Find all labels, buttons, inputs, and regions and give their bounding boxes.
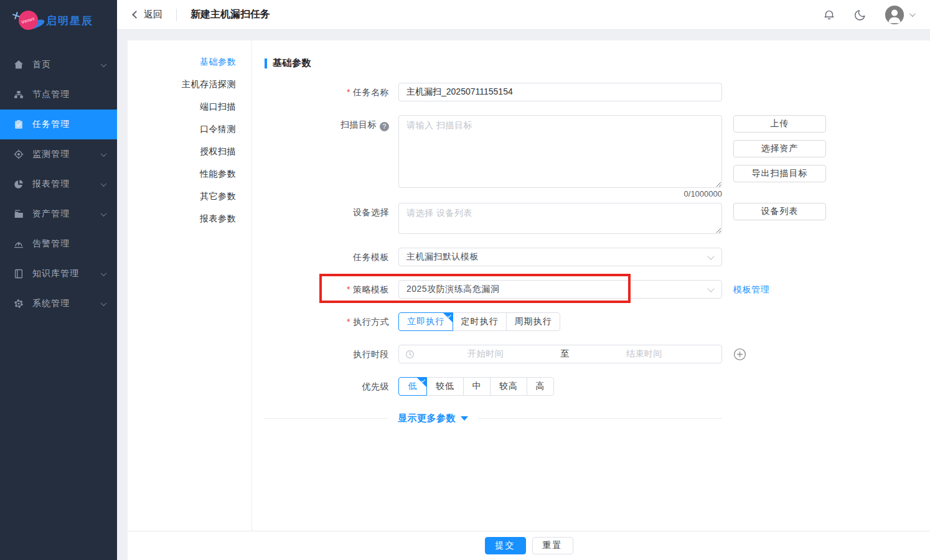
sidebar-menu: 首页 节点管理 任务管理 监测管理 报表管理 <box>0 50 117 319</box>
caret-down-icon[interactable] <box>461 416 468 421</box>
export-scan-target-button[interactable]: 导出扫描目标 <box>733 165 826 182</box>
bell-icon[interactable] <box>822 8 836 22</box>
monitor-icon <box>12 148 25 161</box>
field-label-task-template: 任务模板 <box>265 248 389 266</box>
row-policy-template: *策略模板 2025攻防演练高危漏洞 模板管理 <box>265 280 930 299</box>
gear-icon <box>12 297 25 310</box>
brand-logo: Venus 启明星辰 <box>0 0 117 41</box>
anchor-nav: 基础参数 主机存活探测 端口扫描 口令猜测 授权扫描 性能参数 其它参数 报表参… <box>128 40 252 531</box>
chevron-down-icon <box>101 151 107 157</box>
anchor-auth-scan[interactable]: 授权扫描 <box>128 140 251 162</box>
help-icon[interactable]: ? <box>380 122 389 131</box>
sidebar-item-monitor[interactable]: 监测管理 <box>0 139 117 169</box>
priority-higher[interactable]: 较高 <box>490 377 527 396</box>
alarm-icon <box>12 238 25 250</box>
priority-lower[interactable]: 较低 <box>426 377 464 396</box>
anchor-host-alive[interactable]: 主机存活探测 <box>128 73 251 95</box>
chevron-down-icon <box>101 61 107 67</box>
chevron-down-icon <box>101 210 107 217</box>
tasks-icon <box>12 118 25 131</box>
app-root: { "brand": { "logo_text": "启明星辰", "logo_… <box>0 0 930 560</box>
exec-mode-periodic[interactable]: 周期执行 <box>506 312 560 331</box>
row-device-select: 设备选择 设备列表 <box>265 203 930 234</box>
sidebar-item-alerts[interactable]: 告警管理 <box>0 229 117 259</box>
time-range-picker[interactable]: 开始时间 至 结束时间 <box>398 345 722 363</box>
sparkle-icon <box>12 12 20 19</box>
clock-icon <box>405 350 415 359</box>
moon-icon[interactable] <box>853 8 867 22</box>
sidebar-item-tasks[interactable]: 任务管理 <box>0 110 117 139</box>
priority-medium[interactable]: 中 <box>463 377 491 396</box>
sidebar-item-label: 节点管理 <box>32 89 70 100</box>
start-time-placeholder[interactable]: 开始时间 <box>415 348 557 360</box>
reset-button[interactable]: 重置 <box>532 537 573 554</box>
sidebar-item-label: 监测管理 <box>32 149 70 160</box>
sidebar-item-label: 报表管理 <box>32 179 70 190</box>
chevron-down-icon <box>909 11 916 17</box>
sidebar-item-label: 任务管理 <box>32 119 70 130</box>
submit-button[interactable]: 提交 <box>485 537 526 554</box>
row-priority: 优先级 低 较低 中 较高 高 <box>265 377 930 396</box>
chevron-down-icon <box>707 285 714 292</box>
anchor-performance[interactable]: 性能参数 <box>128 162 251 185</box>
sidebar-item-home[interactable]: 首页 <box>0 50 117 80</box>
anchor-report-params[interactable]: 报表参数 <box>128 207 251 230</box>
policy-template-select[interactable]: 2025攻防演练高危漏洞 <box>398 280 722 299</box>
field-label-exec-period: 执行时段 <box>265 345 389 363</box>
scan-target-textarea[interactable] <box>398 115 722 188</box>
page-title: 新建主机漏扫任务 <box>190 8 270 21</box>
chevron-down-icon <box>101 180 107 187</box>
row-task-name: *任务名称 <box>265 83 930 101</box>
upload-button[interactable]: 上传 <box>733 115 826 133</box>
avatar <box>885 5 904 25</box>
priority-high[interactable]: 高 <box>527 377 554 396</box>
sidebar-item-reports[interactable]: 报表管理 <box>0 169 117 199</box>
sidebar-item-label: 资产管理 <box>32 208 70 220</box>
sidebar-item-system[interactable]: 系统管理 <box>0 289 117 319</box>
topbar-divider <box>176 9 177 21</box>
form-area: 基础参数 *任务名称 扫描目标? 0/1000000 <box>252 40 930 531</box>
char-counter: 0/1000000 <box>398 189 722 200</box>
field-label-policy-template: *策略模板 <box>265 280 389 299</box>
select-asset-button[interactable]: 选择资产 <box>733 140 826 157</box>
brand-name: 启明星辰 <box>46 14 93 28</box>
anchor-basic-params[interactable]: 基础参数 <box>128 50 251 73</box>
show-more-params[interactable]: 显示更多参数 <box>265 413 722 424</box>
back-label: 返回 <box>144 9 162 21</box>
device-select-textarea[interactable] <box>398 203 722 234</box>
user-menu[interactable] <box>885 5 914 25</box>
sidebar-item-assets[interactable]: 资产管理 <box>0 199 117 229</box>
sidebar-item-nodes[interactable]: 节点管理 <box>0 80 117 110</box>
priority-low[interactable]: 低 <box>398 377 427 396</box>
task-template-select[interactable]: 主机漏扫默认模板 <box>398 248 722 266</box>
show-more-label[interactable]: 显示更多参数 <box>398 413 456 424</box>
device-list-button[interactable]: 设备列表 <box>733 203 826 220</box>
row-task-template: 任务模板 主机漏扫默认模板 <box>265 248 930 266</box>
task-name-input[interactable] <box>398 83 722 101</box>
add-period-button[interactable] <box>733 345 746 363</box>
anchor-password-guess[interactable]: 口令猜测 <box>128 118 251 140</box>
required-asterisk: * <box>347 317 350 327</box>
field-label-task-name: *任务名称 <box>265 83 389 101</box>
required-asterisk: * <box>347 284 350 294</box>
chevron-down-icon <box>707 253 714 259</box>
row-scan-target: 扫描目标? 0/1000000 上传 选择资产 导出扫描目标 <box>265 115 930 200</box>
back-button[interactable]: 返回 <box>133 9 162 21</box>
chevron-down-icon <box>101 270 107 276</box>
sidebar-item-label: 告警管理 <box>32 238 70 250</box>
anchor-other-params[interactable]: 其它参数 <box>128 185 251 207</box>
nodes-icon <box>12 88 25 101</box>
exec-mode-group: 立即执行 定时执行 周期执行 <box>398 312 722 331</box>
knowledge-icon <box>12 268 25 280</box>
template-manage-link[interactable]: 模板管理 <box>733 280 769 299</box>
sidebar-item-knowledge[interactable]: 知识库管理 <box>0 259 117 289</box>
panel-body: 基础参数 主机存活探测 端口扫描 口令猜测 授权扫描 性能参数 其它参数 报表参… <box>128 40 930 531</box>
divider-line <box>265 418 388 419</box>
logo-badge-text: Venus <box>21 16 35 24</box>
report-icon <box>12 178 25 190</box>
exec-mode-immediate[interactable]: 立即执行 <box>398 312 453 331</box>
anchor-port-scan[interactable]: 端口扫描 <box>128 95 251 118</box>
priority-group: 低 较低 中 较高 高 <box>398 377 722 396</box>
exec-mode-scheduled[interactable]: 定时执行 <box>453 312 507 331</box>
end-time-placeholder[interactable]: 结束时间 <box>573 348 716 360</box>
